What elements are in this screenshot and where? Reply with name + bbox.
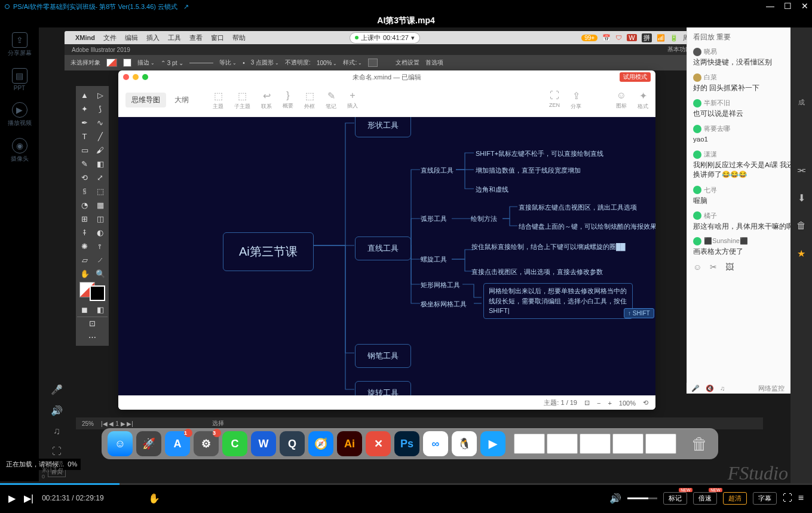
btn-subtopic[interactable]: ⬚子主题 <box>234 90 250 110</box>
quicktime-app[interactable]: Q <box>280 431 305 456</box>
width-tool[interactable]: ⫓ <box>77 185 92 198</box>
speed-button[interactable]: 倍速NEW <box>693 492 717 505</box>
finder-app[interactable]: ☺ <box>108 431 133 456</box>
play-video-button[interactable]: ▶播放视频 <box>8 102 32 127</box>
lasso-tool[interactable]: ⟆ <box>93 102 108 115</box>
free-transform-tool[interactable]: ⬚ <box>93 185 108 198</box>
sound-toggle[interactable]: 🔇 <box>706 385 714 392</box>
node-segment[interactable]: 直线段工具 <box>421 166 454 175</box>
xmind-app[interactable]: ✕ <box>366 431 391 456</box>
hand-tool[interactable]: ✋ <box>77 267 92 280</box>
wifi-icon[interactable]: 📶 <box>657 34 665 42</box>
dock-thumb[interactable] <box>645 434 676 454</box>
btn-zen[interactable]: ⛶ZEN <box>549 90 560 110</box>
close-traffic-light[interactable] <box>123 74 129 80</box>
zoom-in-button[interactable]: + <box>608 400 611 407</box>
maximize-button[interactable]: ☐ <box>784 1 792 11</box>
fill-stroke-control[interactable] <box>77 281 108 302</box>
tab-mindmap[interactable]: 思维导图 <box>125 93 166 107</box>
share-screen-button[interactable]: ⇪分享屏幕 <box>8 32 32 57</box>
stroke-label[interactable]: 描边 <box>137 59 155 67</box>
zoom-traffic-light[interactable] <box>142 74 148 80</box>
close-button[interactable]: ✕ <box>801 1 808 11</box>
app-name[interactable]: XMind <box>75 34 95 41</box>
eraser-tool[interactable]: ◧ <box>93 157 108 170</box>
photoshop-app[interactable]: Ps <box>394 431 419 456</box>
rotate-tool[interactable]: ⟲ <box>77 171 92 184</box>
quality-button[interactable]: 超清 <box>723 492 747 505</box>
node-pen[interactable]: 钢笔工具 <box>355 344 411 368</box>
list-button[interactable]: ≡ <box>798 493 804 503</box>
app-icon[interactable]: W <box>627 34 636 41</box>
leaf-arc1[interactable]: 直接鼠标左键点击视图区，跳出工具选项 <box>519 203 637 212</box>
network-monitor[interactable]: 网络监控 <box>758 384 785 393</box>
paintbrush-tool[interactable]: 🖌 <box>93 143 108 156</box>
input-method[interactable]: 拼 <box>642 33 652 42</box>
music-icon[interactable]: ♫ <box>53 426 60 437</box>
wps-app[interactable]: W <box>251 431 276 456</box>
perspective-tool[interactable]: ▦ <box>93 198 108 211</box>
node-line[interactable]: 直线工具 <box>355 236 411 260</box>
camera-button[interactable]: ◉摄像头 <box>11 138 29 163</box>
baidu-app[interactable]: ∞ <box>423 431 448 456</box>
gradient-tool[interactable]: ◫ <box>93 212 108 225</box>
node-main[interactable]: Ai第三节课 <box>223 232 314 271</box>
node-rotate[interactable]: 旋转工具 <box>355 381 411 395</box>
map-icon[interactable]: ⊡ <box>584 399 590 407</box>
music-toggle[interactable]: ♫ <box>720 385 725 392</box>
external-link-icon[interactable]: ↗ <box>183 3 189 11</box>
scissors-icon[interactable]: ✂ <box>710 262 717 272</box>
volume-icon[interactable]: 🔊 <box>609 493 621 504</box>
refresh-icon[interactable] <box>5 4 10 9</box>
emoji-icon[interactable]: ☺ <box>693 262 701 272</box>
progress-bar[interactable] <box>0 483 812 485</box>
calendar-icon[interactable]: 📅 <box>602 34 611 42</box>
edit-toolbar[interactable]: ⋯ <box>77 330 108 343</box>
camtasia-app[interactable]: C <box>222 431 247 456</box>
btn-summary[interactable]: }概要 <box>283 90 293 110</box>
mic-icon[interactable]: 🎤 <box>51 384 63 395</box>
delete-icon[interactable]: 🗑 <box>796 220 806 231</box>
zoom-out-button[interactable]: − <box>597 400 600 407</box>
direct-selection-tool[interactable]: ▷ <box>93 88 108 102</box>
eyedropper-tool[interactable]: ⤉ <box>77 226 92 239</box>
node-polar[interactable]: 极坐标网格工具 <box>421 300 467 309</box>
shape-builder-tool[interactable]: ◔ <box>77 198 92 211</box>
mesh-tool[interactable]: ⊞ <box>77 212 92 225</box>
play-button[interactable]: ▶ <box>8 493 16 504</box>
fullscreen-icon[interactable]: ⛶ <box>52 446 62 457</box>
leaf-seg3[interactable]: 边角和虚线 <box>476 185 508 194</box>
dock-thumb[interactable] <box>514 434 545 454</box>
leaf-sp1[interactable]: 按住鼠标直接绘制，结合上下键可以增减螺旋的圈██ <box>471 242 626 251</box>
btn-topic[interactable]: ⬚主题 <box>213 90 223 110</box>
btn-note[interactable]: ✎笔记 <box>326 90 336 110</box>
artboard-tool[interactable]: ▱ <box>77 253 92 266</box>
magic-wand-tool[interactable]: ✦ <box>77 102 92 115</box>
illustrator-app[interactable]: Ai <box>337 431 362 456</box>
graph-tool[interactable]: ⫯ <box>93 239 108 253</box>
style-swatch[interactable] <box>368 59 378 67</box>
btn-boundary[interactable]: ⬚外框 <box>304 90 315 110</box>
shift-tag[interactable]: ↑ SHIFT <box>624 308 654 318</box>
launchpad-app[interactable]: 🚀 <box>136 431 161 456</box>
menu-view[interactable]: 查看 <box>189 33 203 42</box>
node-shape[interactable]: 形状工具 <box>355 117 411 137</box>
leaf-seg2[interactable]: 增加描边数值，直至于线段宽度增加 <box>476 166 581 175</box>
slice-tool[interactable]: ⟋ <box>93 253 108 266</box>
shaper-tool[interactable]: ✎ <box>77 157 92 170</box>
gradient-mode[interactable]: ◧ <box>93 303 108 316</box>
btn-icon[interactable]: ☺图标 <box>616 90 627 110</box>
btn-relationship[interactable]: ↩联系 <box>261 90 272 110</box>
ai-zoom[interactable]: 25% <box>82 420 94 427</box>
scale-tool[interactable]: ⤢ <box>93 171 108 184</box>
menu-file[interactable]: 文件 <box>103 33 117 42</box>
fit-button[interactable]: ⟲ <box>643 399 648 407</box>
node-method[interactable]: 绘制方法 <box>471 214 497 223</box>
selection-tool[interactable]: ▲ <box>77 88 92 102</box>
node-spiral[interactable]: 螺旋工具 <box>421 255 447 264</box>
color-mode[interactable]: ◼ <box>77 303 92 316</box>
leaf-sp2[interactable]: 直接点击视图区，调出选项，直接去修改参数 <box>471 268 603 277</box>
mic-toggle[interactable]: 🎤 <box>691 385 700 392</box>
menu-edit[interactable]: 编辑 <box>125 33 138 42</box>
type-tool[interactable]: T <box>77 130 92 143</box>
